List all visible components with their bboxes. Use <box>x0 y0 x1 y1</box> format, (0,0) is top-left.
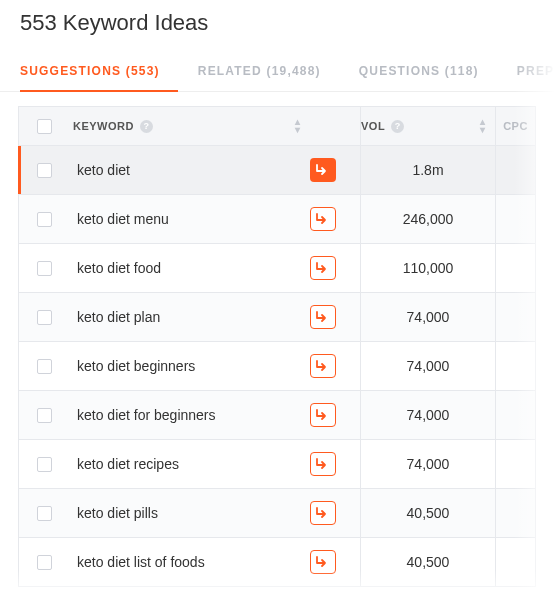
row-vol-cell: 74,000 <box>360 293 495 341</box>
expand-button[interactable] <box>310 550 336 574</box>
row-cpc-cell <box>495 342 535 390</box>
keyword-text: keto diet food <box>73 260 161 276</box>
row-checkbox[interactable] <box>37 408 52 423</box>
row-checkbox[interactable] <box>37 359 52 374</box>
row-action-cell <box>310 305 360 329</box>
row-checkbox-cell <box>19 506 69 521</box>
table-row: keto diet menu 246,000 <box>18 195 536 244</box>
tab-1[interactable]: RELATED (19,488) <box>198 54 339 91</box>
row-checkbox[interactable] <box>37 310 52 325</box>
return-arrow-icon <box>316 311 330 323</box>
header-checkbox-cell <box>19 119 69 134</box>
table-row: keto diet beginners 74,000 <box>18 342 536 391</box>
row-vol-cell: 246,000 <box>360 195 495 243</box>
header-cpc-cell[interactable]: CPC <box>495 107 535 145</box>
row-checkbox[interactable] <box>37 506 52 521</box>
row-checkbox-cell <box>19 212 69 227</box>
expand-button[interactable] <box>310 256 336 280</box>
keyword-text: keto diet pills <box>73 505 158 521</box>
row-cpc-cell <box>495 440 535 488</box>
row-checkbox[interactable] <box>37 163 52 178</box>
return-arrow-icon <box>316 458 330 470</box>
row-checkbox[interactable] <box>37 555 52 570</box>
tab-3[interactable]: PREPOSITIONS <box>517 54 554 91</box>
sort-icon[interactable]: ▴▾ <box>480 118 486 134</box>
row-vol-cell: 74,000 <box>360 342 495 390</box>
table-row: keto diet list of foods 40,500 <box>18 538 536 587</box>
row-checkbox[interactable] <box>37 261 52 276</box>
row-cpc-cell <box>495 244 535 292</box>
row-vol-cell: 110,000 <box>360 244 495 292</box>
keyword-text: keto diet recipes <box>73 456 179 472</box>
help-icon[interactable]: ? <box>140 120 153 133</box>
expand-button[interactable] <box>310 452 336 476</box>
header-keyword-label: KEYWORD <box>73 120 134 132</box>
header-vol-cell[interactable]: VOL ? ▴▾ <box>360 107 495 145</box>
tab-2[interactable]: QUESTIONS (118) <box>359 54 497 91</box>
row-action-cell <box>310 207 360 231</box>
keyword-text: keto diet list of foods <box>73 554 205 570</box>
row-action-cell <box>310 354 360 378</box>
row-keyword-cell: keto diet pills <box>69 505 310 521</box>
header-cpc-label: CPC <box>503 120 528 132</box>
row-action-cell <box>310 158 360 182</box>
keyword-text: keto diet <box>73 162 130 178</box>
row-checkbox-cell <box>19 163 69 178</box>
header-keyword-cell[interactable]: KEYWORD ? ▴▾ <box>69 118 310 134</box>
row-action-cell <box>310 256 360 280</box>
row-cpc-cell <box>495 538 535 586</box>
keyword-text: keto diet menu <box>73 211 169 227</box>
expand-button[interactable] <box>310 501 336 525</box>
table-row: keto diet for beginners 74,000 <box>18 391 536 440</box>
return-arrow-icon <box>316 213 330 225</box>
row-checkbox-cell <box>19 310 69 325</box>
row-checkbox-cell <box>19 261 69 276</box>
row-keyword-cell: keto diet for beginners <box>69 407 310 423</box>
row-vol-cell: 74,000 <box>360 391 495 439</box>
table-row: keto diet food 110,000 <box>18 244 536 293</box>
row-checkbox[interactable] <box>37 212 52 227</box>
row-action-cell <box>310 550 360 574</box>
row-vol-cell: 74,000 <box>360 440 495 488</box>
tab-0[interactable]: SUGGESTIONS (553) <box>20 54 178 92</box>
table-row: keto diet plan 74,000 <box>18 293 536 342</box>
row-action-cell <box>310 452 360 476</box>
row-cpc-cell <box>495 489 535 537</box>
row-vol-cell: 40,500 <box>360 489 495 537</box>
table-row: keto diet pills 40,500 <box>18 489 536 538</box>
row-vol-cell: 1.8m <box>360 146 495 194</box>
return-arrow-icon <box>316 507 330 519</box>
row-checkbox-cell <box>19 408 69 423</box>
return-arrow-icon <box>316 360 330 372</box>
row-checkbox[interactable] <box>37 457 52 472</box>
table-row: keto diet recipes 74,000 <box>18 440 536 489</box>
expand-button[interactable] <box>310 305 336 329</box>
expand-button[interactable] <box>310 207 336 231</box>
keyword-text: keto diet plan <box>73 309 160 325</box>
row-checkbox-cell <box>19 457 69 472</box>
row-action-cell <box>310 403 360 427</box>
row-keyword-cell: keto diet list of foods <box>69 554 310 570</box>
page-title: 553 Keyword Ideas <box>0 0 554 54</box>
row-checkbox-cell <box>19 359 69 374</box>
sort-icon[interactable]: ▴▾ <box>295 118 301 134</box>
select-all-checkbox[interactable] <box>37 119 52 134</box>
row-keyword-cell: keto diet food <box>69 260 310 276</box>
row-keyword-cell: keto diet plan <box>69 309 310 325</box>
expand-button[interactable] <box>310 158 336 182</box>
row-cpc-cell <box>495 293 535 341</box>
keyword-text: keto diet for beginners <box>73 407 216 423</box>
help-icon[interactable]: ? <box>391 120 404 133</box>
row-action-cell <box>310 501 360 525</box>
return-arrow-icon <box>316 164 330 176</box>
return-arrow-icon <box>316 262 330 274</box>
row-vol-cell: 40,500 <box>360 538 495 586</box>
expand-button[interactable] <box>310 354 336 378</box>
row-cpc-cell <box>495 146 535 194</box>
row-keyword-cell: keto diet menu <box>69 211 310 227</box>
keyword-text: keto diet beginners <box>73 358 195 374</box>
expand-button[interactable] <box>310 403 336 427</box>
return-arrow-icon <box>316 556 330 568</box>
table-header-row: KEYWORD ? ▴▾ VOL ? ▴▾ CPC <box>18 106 536 146</box>
header-vol-label: VOL <box>361 120 385 132</box>
